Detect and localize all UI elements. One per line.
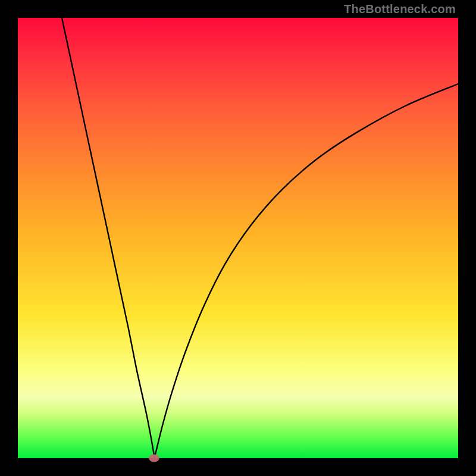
plot-area [18, 18, 458, 458]
curve-left-branch [62, 18, 154, 458]
chart-frame: TheBottleneck.com [0, 0, 476, 476]
curve-right-branch [154, 84, 458, 458]
minimum-marker [149, 455, 159, 462]
curve-svg [18, 18, 458, 458]
attribution-text: TheBottleneck.com [344, 2, 456, 16]
